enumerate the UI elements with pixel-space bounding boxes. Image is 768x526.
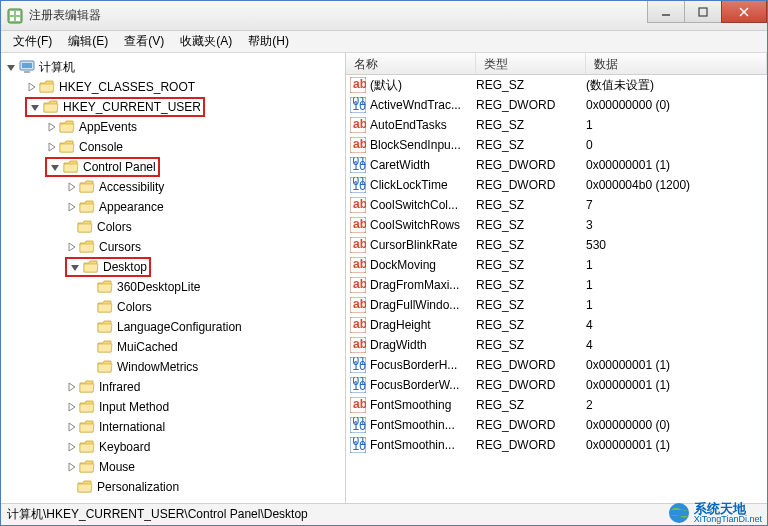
value-row[interactable]: CoolSwitchRowsREG_SZ3 <box>346 215 767 235</box>
expand-icon[interactable] <box>65 441 77 453</box>
list-body[interactable]: (默认)REG_SZ(数值未设置)ActiveWndTrac...REG_DWO… <box>346 75 767 503</box>
expand-icon[interactable] <box>49 161 61 173</box>
value-row[interactable]: DragFromMaxi...REG_SZ1 <box>346 275 767 295</box>
tree-colors[interactable]: Colors <box>1 217 345 237</box>
tree-infrared[interactable]: Infrared <box>1 377 345 397</box>
binary-value-icon <box>350 97 366 113</box>
value-data: 530 <box>586 238 767 252</box>
value-row[interactable]: BlockSendInpu...REG_SZ0 <box>346 135 767 155</box>
string-value-icon <box>350 257 366 273</box>
tree-pane[interactable]: 计算机 HKEY_CLASSES_ROOT HKEY_CUR <box>1 53 346 503</box>
value-data: 3 <box>586 218 767 232</box>
menu-file[interactable]: 文件(F) <box>5 31 60 52</box>
value-data: 0 <box>586 138 767 152</box>
value-row[interactable]: DragHeightREG_SZ4 <box>346 315 767 335</box>
tree-desktop[interactable]: Desktop <box>1 257 345 277</box>
window-buttons <box>648 1 767 30</box>
tree-input-method[interactable]: Input Method <box>1 397 345 417</box>
col-type[interactable]: 类型 <box>476 53 586 74</box>
folder-icon <box>97 299 113 315</box>
value-type: REG_SZ <box>476 238 586 252</box>
value-row[interactable]: (默认)REG_SZ(数值未设置) <box>346 75 767 95</box>
expand-icon[interactable] <box>65 421 77 433</box>
value-name: FontSmoothin... <box>370 438 455 452</box>
col-data[interactable]: 数据 <box>586 53 767 74</box>
value-type: REG_SZ <box>476 138 586 152</box>
tree-muicached[interactable]: MuiCached <box>1 337 345 357</box>
tree-international[interactable]: International <box>1 417 345 437</box>
expand-icon[interactable] <box>29 101 41 113</box>
value-row[interactable]: FontSmoothingREG_SZ2 <box>346 395 767 415</box>
expand-icon[interactable] <box>65 401 77 413</box>
value-type: REG_DWORD <box>476 418 586 432</box>
value-row[interactable]: DragWidthREG_SZ4 <box>346 335 767 355</box>
value-row[interactable]: FontSmoothin...REG_DWORD0x00000001 (1) <box>346 435 767 455</box>
tree-console[interactable]: Console <box>1 137 345 157</box>
folder-icon <box>79 399 95 415</box>
expand-icon[interactable] <box>25 81 37 93</box>
svg-rect-15 <box>699 8 707 16</box>
string-value-icon <box>350 277 366 293</box>
value-row[interactable]: CaretWidthREG_DWORD0x00000001 (1) <box>346 155 767 175</box>
value-row[interactable]: ClickLockTimeREG_DWORD0x000004b0 (1200) <box>346 175 767 195</box>
content-area: 计算机 HKEY_CLASSES_ROOT HKEY_CUR <box>1 53 767 503</box>
tree-mouse[interactable]: Mouse <box>1 457 345 477</box>
tree-windowmetrics[interactable]: WindowMetrics <box>1 357 345 377</box>
folder-icon <box>97 279 113 295</box>
value-row[interactable]: FocusBorderH...REG_DWORD0x00000001 (1) <box>346 355 767 375</box>
value-data: 4 <box>586 338 767 352</box>
value-name: FontSmoothing <box>370 398 451 412</box>
folder-icon <box>83 259 99 275</box>
value-row[interactable]: DragFullWindo...REG_SZ1 <box>346 295 767 315</box>
expand-icon[interactable] <box>69 261 81 273</box>
value-name: DragHeight <box>370 318 431 332</box>
binary-value-icon <box>350 377 366 393</box>
value-type: REG_SZ <box>476 78 586 92</box>
value-type: REG_SZ <box>476 398 586 412</box>
tree-desktoplite[interactable]: 360DesktopLite <box>1 277 345 297</box>
menu-view[interactable]: 查看(V) <box>116 31 172 52</box>
tree-personalization[interactable]: Personalization <box>1 477 345 497</box>
expand-icon[interactable] <box>65 201 77 213</box>
value-row[interactable]: CoolSwitchCol...REG_SZ7 <box>346 195 767 215</box>
value-row[interactable]: CursorBlinkRateREG_SZ530 <box>346 235 767 255</box>
minimize-button[interactable] <box>647 1 685 23</box>
value-type: REG_DWORD <box>476 438 586 452</box>
menu-help[interactable]: 帮助(H) <box>240 31 297 52</box>
tree-desktop-colors[interactable]: Colors <box>1 297 345 317</box>
tree-appevents[interactable]: AppEvents <box>1 117 345 137</box>
close-button[interactable] <box>721 1 767 23</box>
expand-icon[interactable] <box>65 181 77 193</box>
string-value-icon <box>350 317 366 333</box>
tree-keyboard[interactable]: Keyboard <box>1 437 345 457</box>
tree-cursors[interactable]: Cursors <box>1 237 345 257</box>
tree-hkcr[interactable]: HKEY_CLASSES_ROOT <box>1 77 345 97</box>
value-row[interactable]: AutoEndTasksREG_SZ1 <box>346 115 767 135</box>
value-row[interactable]: ActiveWndTrac...REG_DWORD0x00000000 (0) <box>346 95 767 115</box>
expand-icon[interactable] <box>65 381 77 393</box>
expand-icon[interactable] <box>45 141 57 153</box>
tree-control-panel[interactable]: Control Panel <box>1 157 345 177</box>
menu-favorites[interactable]: 收藏夹(A) <box>172 31 240 52</box>
string-value-icon <box>350 197 366 213</box>
value-row[interactable]: DockMovingREG_SZ1 <box>346 255 767 275</box>
tree-hkcu[interactable]: HKEY_CURRENT_USER <box>1 97 345 117</box>
maximize-button[interactable] <box>684 1 722 23</box>
tree-appearance[interactable]: Appearance <box>1 197 345 217</box>
col-name[interactable]: 名称 <box>346 53 476 74</box>
expand-icon[interactable] <box>65 461 77 473</box>
expand-icon[interactable] <box>5 61 17 73</box>
expand-icon[interactable] <box>45 121 57 133</box>
value-row[interactable]: FontSmoothin...REG_DWORD0x00000000 (0) <box>346 415 767 435</box>
value-data: 1 <box>586 278 767 292</box>
status-path: 计算机\HKEY_CURRENT_USER\Control Panel\Desk… <box>7 506 308 523</box>
value-name: CaretWidth <box>370 158 430 172</box>
tree-langconf[interactable]: LanguageConfiguration <box>1 317 345 337</box>
value-row[interactable]: FocusBorderW...REG_DWORD0x00000001 (1) <box>346 375 767 395</box>
registry-editor-window: 注册表编辑器 文件(F) 编辑(E) 查看(V) 收藏夹(A) 帮助(H) 计算… <box>0 0 768 526</box>
expand-icon[interactable] <box>65 241 77 253</box>
tree-root[interactable]: 计算机 <box>1 57 345 77</box>
titlebar[interactable]: 注册表编辑器 <box>1 1 767 31</box>
menu-edit[interactable]: 编辑(E) <box>60 31 116 52</box>
tree-accessibility[interactable]: Accessibility <box>1 177 345 197</box>
